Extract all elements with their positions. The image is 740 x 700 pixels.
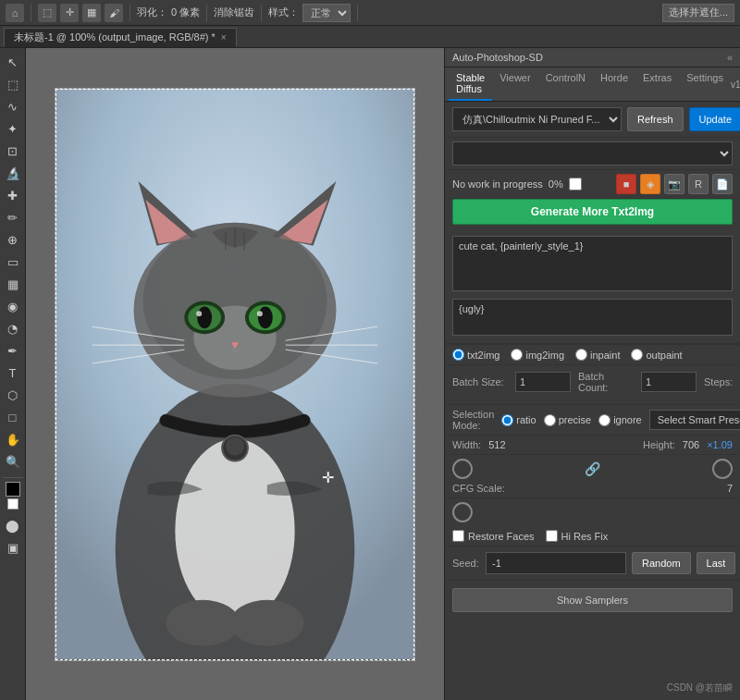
hires-fix-checkbox[interactable] <box>546 530 558 542</box>
batch-size-input[interactable] <box>515 372 571 392</box>
move-icon[interactable]: ✛ <box>60 4 79 22</box>
random-button[interactable]: Random <box>632 552 691 574</box>
width-slider <box>452 459 473 479</box>
hires-fix-label: Hi Res Fix <box>561 531 609 542</box>
canvas <box>55 88 415 661</box>
negative-prompt[interactable] <box>452 299 733 336</box>
tab-settings[interactable]: Settings <box>679 68 731 101</box>
prompt-area <box>445 230 740 344</box>
layer-icon[interactable]: ▦ <box>82 4 101 22</box>
mode-img2img[interactable]: img2img <box>511 349 564 361</box>
separator4 <box>261 5 262 21</box>
tool-pen[interactable]: ✒ <box>3 340 23 361</box>
panel-collapse-btn[interactable]: « <box>727 52 733 63</box>
main-area: ↖ ⬚ ∿ ✦ ⊡ 🔬 ✚ ✏ ⊕ ▭ ▦ ◉ ◔ ✒ T ⬡ □ ✋ 🔍 ⬤ … <box>0 48 740 700</box>
tool-gradient[interactable]: ▦ <box>3 274 23 294</box>
tab-extras[interactable]: Extras <box>635 68 679 101</box>
model-row: 仿真\Chilloutmix Ni Pruned F... Refresh Up… <box>445 102 740 138</box>
separator3 <box>206 5 207 21</box>
brush-icon[interactable]: 🖌 <box>105 4 123 22</box>
seed-row: Seed: Random Last <box>445 546 740 581</box>
height-slider <box>712 459 733 479</box>
mode-outpaint[interactable]: outpaint <box>631 349 682 361</box>
height-slider-knob[interactable] <box>712 459 733 479</box>
icon-doc[interactable]: 📄 <box>712 174 733 194</box>
refresh-button[interactable]: Refresh <box>627 107 684 131</box>
selection-mode-label: Selection Mode: <box>452 409 494 431</box>
svg-point-16 <box>196 311 202 316</box>
model-select[interactable]: 仿真\Chilloutmix Ni Pruned F... <box>452 107 622 131</box>
vae-row <box>445 138 740 170</box>
batch-fields: Batch Size: Batch Count: Steps: <box>445 365 740 405</box>
home-icon[interactable]: ⌂ <box>6 4 24 22</box>
separator5 <box>357 5 358 21</box>
tool-quickmask[interactable]: ⬤ <box>3 515 23 535</box>
progress-row: No work in progress 0% ■ ◈ 📷 R 📄 <box>445 170 740 199</box>
file-tab-close[interactable]: × <box>221 32 227 43</box>
tool-eyedropper[interactable]: 🔬 <box>3 163 23 183</box>
width-slider-knob[interactable] <box>452 459 473 479</box>
svg-point-30 <box>166 599 240 645</box>
tool-select-rect[interactable]: ⬚ <box>3 74 23 94</box>
tab-stable-diffus[interactable]: Stable Diffus <box>449 68 492 101</box>
tool-arrow[interactable]: ↖ <box>3 52 23 72</box>
select-mask-button[interactable]: 选择并遮住... <box>662 4 734 22</box>
icon-r[interactable]: R <box>688 174 709 194</box>
icon-red[interactable]: ■ <box>616 174 636 194</box>
height-value: 706 <box>683 439 699 450</box>
vae-select[interactable] <box>452 141 733 166</box>
icon-camera[interactable]: 📷 <box>664 174 684 194</box>
cfg-label: CFG Scale: <box>452 483 505 494</box>
mode-inpaint[interactable]: inpaint <box>575 349 620 361</box>
tool-blur[interactable]: ◉ <box>3 296 23 316</box>
left-toolbar: ↖ ⬚ ∿ ✦ ⊡ 🔬 ✚ ✏ ⊕ ▭ ▦ ◉ ◔ ✒ T ⬡ □ ✋ 🔍 ⬤ … <box>0 48 26 700</box>
steps-label: Steps: <box>704 376 740 387</box>
tool-clone[interactable]: ⊕ <box>3 229 23 250</box>
smart-preset-select[interactable]: Select Smart Preset <box>649 410 740 430</box>
select-icon[interactable]: ⬚ <box>38 4 56 22</box>
tool-text[interactable]: T <box>3 362 23 383</box>
tool-heal[interactable]: ✚ <box>3 185 23 205</box>
tool-hand[interactable]: ✋ <box>3 429 23 449</box>
generate-button[interactable]: Generate More Txt2Img <box>452 199 733 225</box>
sel-ratio[interactable]: ratio <box>501 414 536 426</box>
file-tab-active[interactable]: 未标题-1 @ 100% (output_image, RGB/8#) * × <box>4 28 237 47</box>
hires-fix-option[interactable]: Hi Res Fix <box>546 530 609 542</box>
restore-faces-option[interactable]: Restore Faces <box>452 530 535 542</box>
cfg-slider-knob[interactable] <box>452 502 473 522</box>
tool-shape[interactable]: □ <box>3 407 23 427</box>
mode-txt2img[interactable]: txt2img <box>452 349 500 361</box>
last-button[interactable]: Last <box>697 552 736 574</box>
tool-brush[interactable]: ✏ <box>3 207 23 227</box>
cfg-slider-row <box>445 498 740 526</box>
icon-orange[interactable]: ◈ <box>640 174 660 194</box>
tab-controln[interactable]: ControlN <box>538 68 593 101</box>
tab-horde[interactable]: Horde <box>593 68 635 101</box>
link-icon: 🔗 <box>585 461 600 476</box>
tool-dodge[interactable]: ◔ <box>3 318 23 338</box>
tool-crop[interactable]: ⊡ <box>3 141 23 161</box>
tool-lasso[interactable]: ∿ <box>3 96 23 117</box>
tool-zoom[interactable]: 🔍 <box>3 451 23 472</box>
seed-input[interactable] <box>486 552 626 574</box>
restore-faces-label: Restore Faces <box>468 531 535 542</box>
svg-point-15 <box>197 306 212 328</box>
sel-precise[interactable]: precise <box>544 414 591 426</box>
tool-screenmode[interactable]: ▣ <box>3 537 23 558</box>
progress-checkbox[interactable] <box>569 178 582 190</box>
tab-viewer[interactable]: Viewer <box>492 68 537 101</box>
width-label: Width: <box>452 439 481 450</box>
show-samplers-button[interactable]: Show Samplers <box>452 588 733 612</box>
style-select[interactable]: 正常 <box>302 4 351 22</box>
mode-radio-row: txt2img img2img inpaint outpaint <box>445 344 740 365</box>
restore-faces-checkbox[interactable] <box>452 530 464 542</box>
sel-ignore[interactable]: ignore <box>598 414 642 426</box>
file-tab-name: 未标题-1 @ 100% (output_image, RGB/8#) * <box>14 31 216 44</box>
positive-prompt[interactable] <box>452 236 733 291</box>
tool-path[interactable]: ⬡ <box>3 385 23 405</box>
batch-count-input[interactable] <box>641 372 697 392</box>
svg-point-20 <box>257 311 263 316</box>
tool-wand[interactable]: ✦ <box>3 118 23 139</box>
update-button[interactable]: Update <box>689 107 740 131</box>
tool-eraser[interactable]: ▭ <box>3 252 23 272</box>
